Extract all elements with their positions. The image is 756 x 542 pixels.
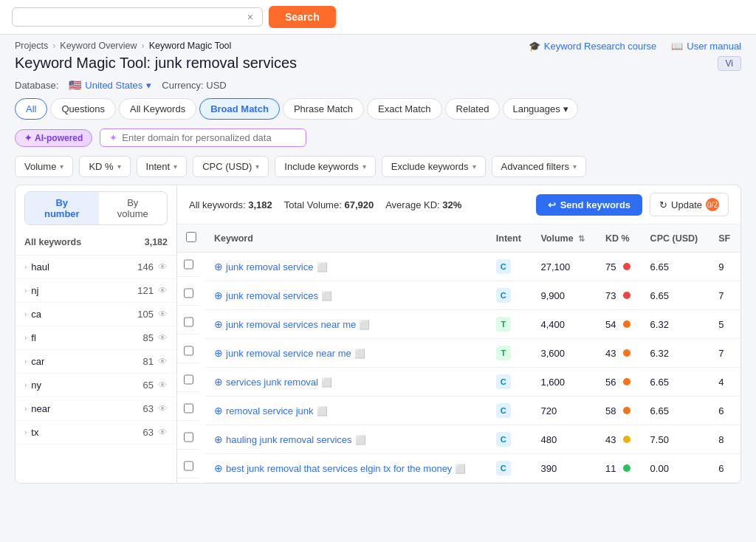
filter-volume[interactable]: Volume ▾ [15, 156, 73, 177]
filter-advanced[interactable]: Advanced filters ▾ [492, 156, 587, 177]
row-checkbox[interactable] [184, 259, 193, 270]
clipboard-icon: ⬜ [355, 435, 366, 445]
eye-icon[interactable]: 👁 [158, 309, 168, 320]
add-icon[interactable]: ⊕ [214, 261, 223, 272]
sidebar-item[interactable]: › car 81 👁 [16, 350, 176, 374]
cpc-cell: 7.50 [642, 425, 710, 454]
keyword-research-course-link[interactable]: 🎓 Keyword Research course [529, 41, 656, 52]
add-icon[interactable]: ⊕ [214, 318, 223, 330]
vi-button[interactable]: Vi [718, 56, 741, 71]
sidebar-item[interactable]: › nj 121 👁 [16, 279, 176, 303]
eye-icon[interactable]: 👁 [158, 261, 168, 272]
tab-questions[interactable]: Questions [50, 98, 116, 120]
row-checkbox[interactable] [184, 432, 193, 442]
sidebar-top-toggle: By number By volume [16, 185, 176, 230]
keyword-cell: ⊕junk removal services⬜ [205, 281, 487, 310]
filter-include-keywords[interactable]: Include keywords ▾ [275, 156, 375, 177]
database-selector[interactable]: 🇺🇸 United States ▾ [69, 79, 151, 91]
sf-cell: 8 [709, 425, 740, 454]
send-keywords-button[interactable]: ↩ Send keywords [536, 194, 642, 216]
filter-intent[interactable]: Intent ▾ [137, 156, 188, 177]
sidebar-item[interactable]: › ny 65 👁 [16, 374, 176, 397]
add-icon[interactable]: ⊕ [214, 433, 223, 445]
sidebar-item-label: ny [31, 380, 138, 391]
languages-dropdown[interactable]: Languages ▾ [503, 98, 577, 120]
add-icon[interactable]: ⊕ [214, 462, 223, 474]
refresh-icon: ↻ [659, 199, 667, 210]
keyword-link[interactable]: services junk removal [226, 377, 318, 388]
kd-cell: 43 [597, 339, 642, 368]
sidebar-item[interactable]: › tx 63 👁 [16, 421, 176, 445]
intent-badge: C [496, 403, 511, 418]
filter-cpc[interactable]: CPC (USD) ▾ [193, 156, 269, 177]
eye-icon[interactable]: 👁 [158, 427, 168, 438]
kd-cell: 54 [597, 310, 642, 339]
sort-toggle: By number By volume [24, 191, 168, 225]
flag-icon: 🇺🇸 [69, 79, 81, 91]
filter-kd[interactable]: KD % ▾ [79, 156, 130, 177]
keyword-link[interactable]: removal service junk [226, 405, 314, 416]
keyword-cell: ⊕junk removal service near me⬜ [205, 339, 487, 368]
chevron-right-icon: › [24, 357, 27, 366]
clipboard-icon: ⬜ [359, 320, 370, 330]
breadcrumb-projects[interactable]: Projects [15, 41, 48, 51]
sidebar-item-count: 81 [143, 356, 154, 367]
sf-cell: 7 [709, 281, 740, 310]
keyword-link[interactable]: junk removal services near me [226, 319, 356, 330]
add-icon[interactable]: ⊕ [214, 289, 223, 301]
select-all-checkbox[interactable] [186, 232, 196, 242]
eye-icon[interactable]: 👁 [158, 356, 168, 367]
sf-cell: 4 [709, 368, 740, 397]
sidebar-item-count: 65 [143, 380, 154, 391]
add-icon[interactable]: ⊕ [214, 405, 223, 416]
sidebar-item[interactable]: › haul 146 👁 [16, 255, 176, 279]
row-checkbox[interactable] [184, 317, 193, 327]
add-icon[interactable]: ⊕ [214, 347, 223, 359]
breadcrumb-keyword-overview[interactable]: Keyword Overview [60, 41, 137, 51]
keyword-link[interactable]: junk removal service [226, 261, 314, 272]
tab-broad-match[interactable]: Broad Match [199, 98, 280, 120]
sidebar-item[interactable]: › near 63 👁 [16, 397, 176, 421]
keyword-link[interactable]: best junk removal that services elgin tx… [226, 463, 452, 474]
row-checkbox[interactable] [184, 403, 193, 414]
tab-phrase-match[interactable]: Phrase Match [283, 98, 364, 120]
database-label: Database: [15, 80, 58, 91]
table-actions: ↩ Send keywords ↻ Update 0/2 [536, 193, 729, 216]
tab-exact-match[interactable]: Exact Match [367, 98, 442, 120]
row-checkbox[interactable] [184, 288, 193, 298]
eye-icon[interactable]: 👁 [158, 332, 168, 343]
by-volume-button[interactable]: By volume [99, 192, 167, 224]
row-checkbox[interactable] [184, 461, 193, 471]
keyword-link[interactable]: junk removal services [226, 290, 318, 301]
tab-all[interactable]: All [15, 98, 47, 120]
user-manual-link[interactable]: 📖 User manual [671, 41, 741, 52]
tab-related[interactable]: Related [445, 98, 501, 120]
filter-exclude-keywords[interactable]: Exclude keywords ▾ [382, 156, 486, 177]
search-input[interactable]: junk removal services [18, 11, 247, 23]
keyword-link[interactable]: junk removal service near me [226, 348, 351, 359]
eye-icon[interactable]: 👁 [158, 285, 168, 296]
domain-input[interactable] [122, 132, 297, 143]
update-button[interactable]: ↻ Update 0/2 [650, 193, 729, 216]
keyword-cell: ⊕services junk removal⬜ [205, 368, 487, 397]
row-checkbox-cell [177, 310, 199, 335]
keyword-link[interactable]: hauling junk removal services [226, 434, 352, 445]
clear-icon[interactable]: × [247, 11, 253, 23]
table-row: ⊕services junk removal⬜ C 1,600 56 6.65 … [177, 368, 740, 397]
eye-icon[interactable]: 👁 [158, 403, 168, 414]
sidebar-item[interactable]: › ca 105 👁 [16, 303, 176, 326]
add-icon[interactable]: ⊕ [214, 376, 223, 388]
sort-icon: ⇅ [578, 234, 585, 243]
by-number-button[interactable]: By number [25, 192, 99, 224]
sf-cell: 7 [709, 339, 740, 368]
row-checkbox[interactable] [184, 346, 193, 356]
chevron-down-icon: ▾ [117, 162, 121, 171]
tab-all-keywords[interactable]: All Keywords [119, 98, 196, 120]
eye-icon[interactable]: 👁 [158, 380, 168, 391]
sidebar-item[interactable]: › fl 85 👁 [16, 326, 176, 350]
row-checkbox[interactable] [184, 374, 193, 385]
volume-column-header[interactable]: Volume ⇅ [532, 224, 596, 253]
volume-cell: 720 [532, 397, 596, 425]
search-button[interactable]: Search [269, 6, 336, 28]
chevron-right-icon: › [24, 310, 27, 318]
